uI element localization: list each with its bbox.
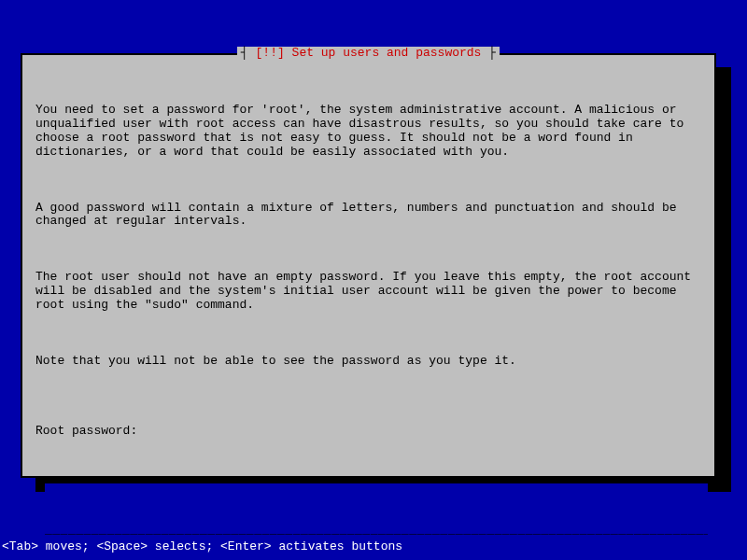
title-warn: [!!] bbox=[256, 46, 292, 60]
paragraph-4: Note that you will not be able to see th… bbox=[35, 355, 701, 369]
paragraph-1: You need to set a password for 'root', t… bbox=[35, 104, 701, 160]
title-suffix: ├ bbox=[481, 46, 496, 60]
dialog-box: ┤ [!!] Set up users and passwords ├ You … bbox=[21, 53, 716, 478]
password-prompt-label: Root password: bbox=[35, 425, 701, 439]
title-prefix: ┤ bbox=[241, 46, 256, 60]
root-password-input[interactable] bbox=[45, 483, 708, 497]
footer-hint: <Tab> moves; <Space> selects; <Enter> ac… bbox=[2, 540, 402, 554]
dialog-content: You need to set a password for 'root', t… bbox=[35, 76, 701, 560]
paragraph-3: The root user should not have an empty p… bbox=[35, 271, 701, 313]
dialog-title-row: ┤ [!!] Set up users and passwords ├ bbox=[22, 47, 714, 61]
input-underline: ________________________________________… bbox=[45, 524, 708, 538]
paragraph-2: A good password will contain a mixture o… bbox=[35, 202, 701, 230]
dialog-title: Set up users and passwords bbox=[292, 46, 482, 60]
